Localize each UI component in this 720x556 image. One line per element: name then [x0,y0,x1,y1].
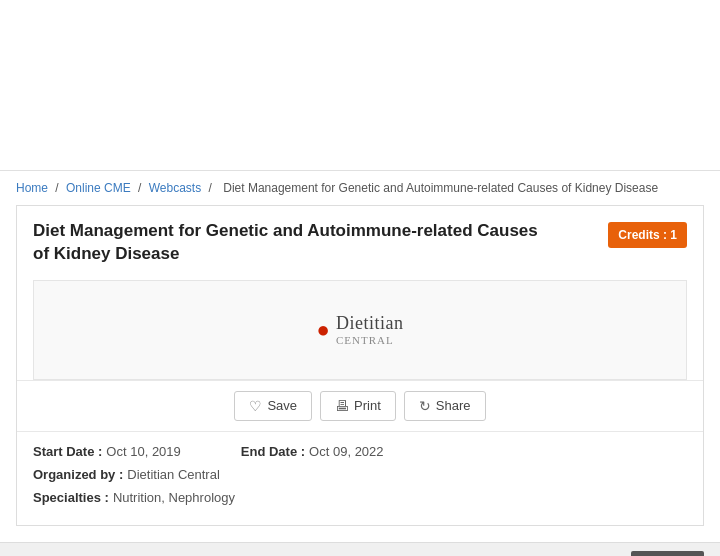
print-label: Print [354,398,381,413]
title-row: Diet Management for Genetic and Autoimmu… [33,220,687,266]
action-bar: ♡ Save 🖶 Print ↻ Share [17,380,703,432]
breadcrumb: Home / Online CME / Webcasts / Diet Mana… [0,170,720,205]
start-date-label: Start Date : [33,444,102,459]
breadcrumb-sep-3: / [209,181,216,195]
end-date-item: End Date : Oct 09, 2022 [241,444,384,459]
share-label: Share [436,398,471,413]
breadcrumb-sep-1: / [55,181,62,195]
print-icon: 🖶 [335,398,349,414]
end-date-value: Oct 09, 2022 [309,444,383,459]
organized-by-row: Organized by : Dietitian Central [33,467,687,482]
credits-badge: Credits : 1 [608,222,687,248]
organized-by-label: Organized by : [33,467,123,482]
heart-icon: ♡ [249,398,262,414]
organized-by-item: Organized by : Dietitian Central [33,467,220,482]
breadcrumb-current: Diet Management for Genetic and Autoimmu… [223,181,658,195]
page-title: Diet Management for Genetic and Autoimmu… [33,220,553,266]
start-date-item: Start Date : Oct 10, 2019 [33,444,181,459]
print-button[interactable]: 🖶 Print [320,391,396,421]
breadcrumb-online-cme[interactable]: Online CME [66,181,131,195]
start-date-value: Oct 10, 2019 [106,444,180,459]
specialties-label: Specialties : [33,490,109,505]
end-date-label: End Date : [241,444,305,459]
dates-row: Start Date : Oct 10, 2019 End Date : Oct… [33,444,687,459]
specialties-value: Nutrition, Nephrology [113,490,235,505]
breadcrumb-webcasts[interactable]: Webcasts [149,181,201,195]
save-label: Save [267,398,297,413]
details-section: Start Date : Oct 10, 2019 End Date : Oct… [33,432,687,525]
share-button[interactable]: ↻ Share [404,391,486,421]
breadcrumb-home[interactable]: Home [16,181,48,195]
specialties-row: Specialties : Nutrition, Nephrology [33,490,687,505]
organized-by-value: Dietitian Central [127,467,220,482]
share-icon: ↻ [419,398,431,414]
content-area: Diet Management for Genetic and Autoimmu… [16,205,704,526]
logo-area: ● Dietitian CENTRAL [317,313,404,346]
logo-text: Dietitian CENTRAL [336,313,403,346]
pdfcrowd-badge: PDFCROW [631,551,704,556]
image-section: ● Dietitian CENTRAL [33,280,687,380]
pdf-bar: Create PDF in your applications with the… [0,542,720,556]
save-button[interactable]: ♡ Save [234,391,312,421]
breadcrumb-sep-2: / [138,181,145,195]
logo-icon: ● [317,319,330,341]
